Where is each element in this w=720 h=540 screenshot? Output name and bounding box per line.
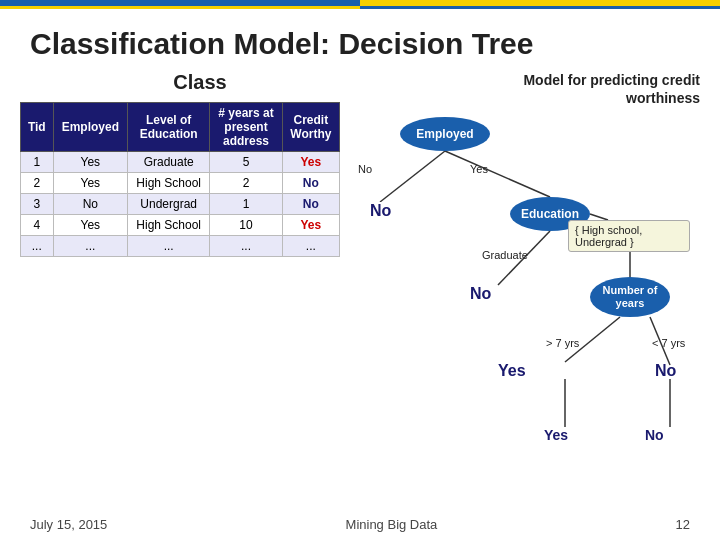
node-employed: Employed: [400, 117, 490, 151]
table-row: 4 Yes High School 10 Yes: [21, 215, 340, 236]
page-title: Classification Model: Decision Tree: [0, 17, 720, 61]
accent-bar-bottom: [0, 6, 720, 9]
col-employed: Employed: [53, 103, 127, 152]
data-table: Tid Employed Level ofEducation # years a…: [20, 102, 340, 257]
table-row: 1 Yes Graduate 5 Yes: [21, 152, 340, 173]
leaf-no-2: No: [470, 285, 491, 303]
leaf-no-final: No: [645, 427, 664, 443]
footer: July 15, 2015 Mining Big Data 12: [0, 517, 720, 532]
footer-page: 12: [676, 517, 690, 532]
svg-line-0: [380, 151, 445, 202]
edge-gt7-label: > 7 yrs: [546, 337, 579, 349]
col-tid: Tid: [21, 103, 54, 152]
table-header-row: Tid Employed Level ofEducation # years a…: [21, 103, 340, 152]
col-years: # years atpresentaddress: [210, 103, 282, 152]
footer-center: Mining Big Data: [346, 517, 438, 532]
edge-lt7-label: < 7 yrs: [652, 337, 685, 349]
col-education: Level ofEducation: [128, 103, 210, 152]
table-row: ... ... ... ... ...: [21, 236, 340, 257]
leaf-no-3: No: [655, 362, 676, 380]
edge-yes-label: Yes: [470, 163, 488, 175]
table-row: 2 Yes High School 2 No: [21, 173, 340, 194]
footer-date: July 15, 2015: [30, 517, 107, 532]
leaf-no-1: No: [370, 202, 391, 220]
right-panel: Model for predicting credit worthiness: [350, 71, 700, 477]
main-content: Class Tid Employed Level ofEducation # y…: [0, 61, 720, 477]
decision-tree: Employed No Yes No Education Graduate: [350, 117, 690, 477]
model-description: Model for predicting credit worthiness: [350, 71, 700, 107]
leaf-yes-final: Yes: [544, 427, 568, 443]
hs-undergrad-label: { High school, Undergrad }: [568, 220, 690, 252]
leaf-yes-1: Yes: [498, 362, 526, 380]
edge-no-label: No: [358, 163, 372, 175]
left-panel: Class Tid Employed Level ofEducation # y…: [20, 71, 340, 477]
table-row: 3 No Undergrad 1 No: [21, 194, 340, 215]
svg-line-1: [445, 151, 550, 197]
node-number-of-years: Number of years: [590, 277, 670, 317]
class-label: Class: [60, 71, 340, 94]
col-credit: CreditWorthy: [282, 103, 339, 152]
edge-graduate-label: Graduate: [482, 249, 528, 261]
